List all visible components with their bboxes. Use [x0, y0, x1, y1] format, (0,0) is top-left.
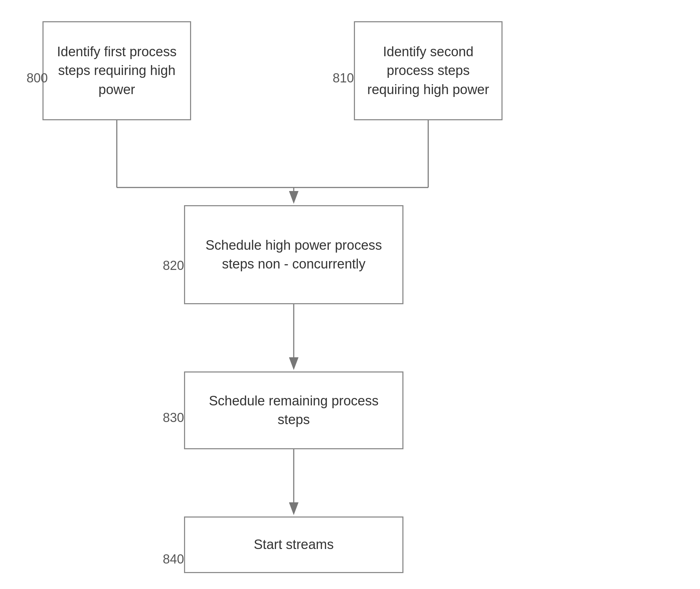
label-840: 840 [163, 552, 184, 567]
label-820: 820 [163, 258, 184, 273]
box-830-text: Schedule remaining process steps [192, 392, 395, 429]
box-800: Identify first process steps requiring h… [42, 21, 191, 120]
box-820-text: Schedule high power process steps non - … [192, 236, 395, 273]
box-830: Schedule remaining process steps [184, 371, 403, 449]
diagram-container: Identify first process steps requiring h… [0, 0, 700, 589]
box-810-text: Identify second process steps requiring … [362, 42, 494, 99]
box-810: Identify second process steps requiring … [354, 21, 503, 120]
box-800-text: Identify first process steps requiring h… [51, 42, 183, 99]
label-800: 800 [27, 71, 48, 86]
box-840-text: Start streams [254, 535, 334, 554]
label-830: 830 [163, 410, 184, 425]
label-810: 810 [333, 71, 354, 86]
box-840: Start streams [184, 516, 403, 573]
flowchart: Identify first process steps requiring h… [0, 0, 700, 589]
box-820: Schedule high power process steps non - … [184, 205, 403, 304]
